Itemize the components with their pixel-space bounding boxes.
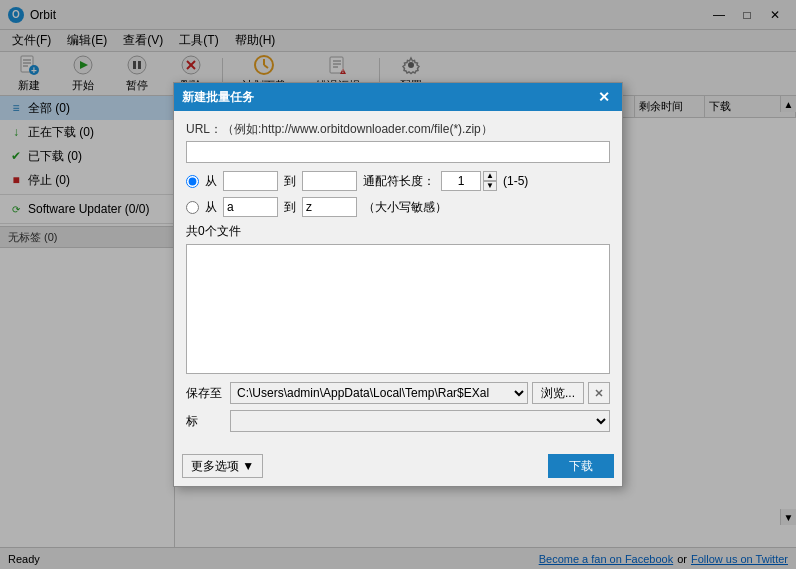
file-list[interactable] <box>186 244 610 374</box>
alpha-range-row: 从 到 （大小写敏感） <box>186 197 610 217</box>
to-label-2: 到 <box>284 199 296 216</box>
more-options-label: 更多选项 ▼ <box>191 458 254 475</box>
to-label-1: 到 <box>284 173 296 190</box>
numeric-range-row: 从 到 通配符长度： ▲ ▼ (1-5) <box>186 171 610 191</box>
dialog-footer: 更多选项 ▼ 下载 <box>174 450 622 486</box>
from-input-1[interactable] <box>223 171 278 191</box>
from-label-2: 从 <box>205 199 217 216</box>
url-label: URL：（例如:http://www.orbitdownloader.com/f… <box>186 121 610 138</box>
range-hint: (1-5) <box>503 174 528 188</box>
batch-task-dialog: 新建批量任务 ✕ URL：（例如:http://www.orbitdownloa… <box>173 82 623 487</box>
pin-button[interactable] <box>588 382 610 404</box>
from-label-1: 从 <box>205 173 217 190</box>
to-input-2[interactable] <box>302 197 357 217</box>
spinner-buttons: ▲ ▼ <box>483 171 497 191</box>
case-hint: （大小写敏感） <box>363 199 447 216</box>
dialog-close-button[interactable]: ✕ <box>594 87 614 107</box>
url-input[interactable] <box>186 141 610 163</box>
dialog-body: URL：（例如:http://www.orbitdownloader.com/f… <box>174 111 622 450</box>
from-input-2[interactable] <box>223 197 278 217</box>
url-row: URL：（例如:http://www.orbitdownloader.com/f… <box>186 121 610 163</box>
file-count: 共0个文件 <box>186 223 610 240</box>
dialog-title-bar: 新建批量任务 ✕ <box>174 83 622 111</box>
wildcard-label: 通配符长度： <box>363 173 435 190</box>
tag-select[interactable] <box>230 410 610 432</box>
spinner-container: ▲ ▼ <box>441 171 497 191</box>
numeric-radio[interactable] <box>186 175 199 188</box>
browse-button[interactable]: 浏览... <box>532 382 584 404</box>
spinner-input[interactable] <box>441 171 481 191</box>
save-path-select[interactable]: C:\Users\admin\AppData\Local\Temp\Rar$EX… <box>230 382 528 404</box>
tag-row: 标 <box>186 410 610 432</box>
dialog-title-text: 新建批量任务 <box>182 89 254 106</box>
save-label: 保存至 <box>186 385 226 402</box>
to-input-1[interactable] <box>302 171 357 191</box>
modal-overlay: 新建批量任务 ✕ URL：（例如:http://www.orbitdownloa… <box>0 0 796 569</box>
spinner-up[interactable]: ▲ <box>483 171 497 181</box>
save-row: 保存至 C:\Users\admin\AppData\Local\Temp\Ra… <box>186 382 610 404</box>
download-button[interactable]: 下载 <box>548 454 614 478</box>
spinner-down[interactable]: ▼ <box>483 181 497 191</box>
tag-label: 标 <box>186 413 226 430</box>
more-options-button[interactable]: 更多选项 ▼ <box>182 454 263 478</box>
alpha-radio[interactable] <box>186 201 199 214</box>
